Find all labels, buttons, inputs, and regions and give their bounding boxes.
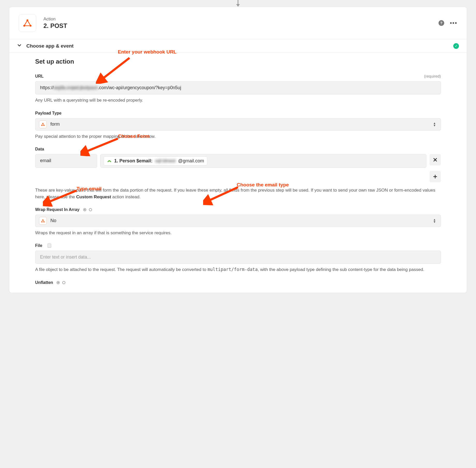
add-row-button[interactable] [429, 171, 441, 182]
payload-type-label: Payload Type [35, 111, 62, 116]
data-key-input[interactable]: email [35, 154, 97, 168]
url-required: (required) [424, 74, 441, 78]
data-desc-2: action instead. [111, 194, 141, 199]
unflatten-label: Unflatten [35, 280, 53, 285]
file-field: File Enter text or insert data... A file… [35, 243, 441, 273]
wrap-help: Wraps the request in an array if that is… [35, 230, 441, 236]
url-field: URL (required) https://wqdla.xrqwd.jksdy… [35, 74, 441, 104]
chevron-down-icon [17, 43, 22, 49]
file-help: A file object to be attached to the requ… [35, 266, 441, 273]
data-description: These are key-value pairs that will form… [35, 187, 441, 201]
payload-type-value: form [50, 122, 437, 127]
data-value-suffix: @gmail.com [178, 158, 204, 164]
payload-type-field: Payload Type form ▲▼ Pay special attenti… [35, 111, 441, 140]
help-icon[interactable]: ? [439, 20, 444, 26]
connector-arrow [9, 0, 467, 7]
url-input[interactable]: https://wqdla.xrqwd.jksdyaun.com/wc-api/… [35, 81, 441, 94]
choose-app-event-title: Choose app & event [26, 43, 74, 49]
select-arrows-icon: ▲▼ [433, 122, 436, 127]
data-value-blur: xqf.ldnwsl [155, 158, 175, 164]
check-badge-icon: ✓ [453, 43, 459, 49]
action-label: Action [43, 17, 431, 22]
unflatten-radio-alt[interactable] [62, 281, 65, 284]
file-help-mono: multipart/form-data [208, 267, 258, 272]
data-label: Data [35, 147, 44, 152]
select-arrows-icon: ▲▼ [433, 218, 436, 223]
file-icon [48, 244, 51, 248]
choose-app-event-section[interactable]: Choose app & event ✓ [9, 39, 467, 52]
url-label: URL [35, 74, 44, 79]
svg-marker-1 [236, 4, 240, 7]
url-value-suffix: .com/wc-api/urgencycoupon/?key=p0n5uj [98, 85, 181, 90]
setup-action-title: Set up action [35, 58, 441, 65]
data-desc-bold: Custom Request [76, 194, 111, 199]
webhook-mini-icon [39, 217, 47, 225]
wrap-label: Wrap Request In Array [35, 207, 80, 212]
url-help: Any URL with a querystring will be re-en… [35, 97, 441, 104]
unflatten-radio-default[interactable] [57, 281, 60, 284]
url-value-blur: wqdla.xrqwd.jksdyaun [54, 85, 98, 90]
webhook-app-icon [19, 14, 36, 32]
data-field: Data email 1. Person $email: xqf.ldnwsl@… [35, 147, 441, 201]
card-header: Action 2. POST ? ••• [9, 7, 467, 39]
data-value-input[interactable]: 1. Person $email: xqf.ldnwsl@gmail.com [100, 154, 426, 168]
action-title: 2. POST [43, 22, 431, 29]
wrap-field: Wrap Request In Array No ▲▼ Wraps the re… [35, 207, 441, 236]
wrap-radio-alt[interactable] [89, 208, 92, 211]
unflatten-field: Unflatten [35, 280, 441, 285]
url-value-prefix: https:// [40, 85, 54, 90]
setup-action-section: Enter your webhook URL Choose Form Type … [9, 53, 467, 293]
file-input[interactable]: Enter text or insert data... [35, 251, 441, 264]
data-value-pill[interactable]: 1. Person $email: xqf.ldnwsl@gmail.com [104, 156, 207, 165]
file-label: File [35, 243, 42, 248]
file-help-2: , with the above payload type defining t… [258, 267, 424, 272]
action-card: Action 2. POST ? ••• Choose app & event … [9, 7, 467, 293]
wrap-value: No [50, 218, 437, 223]
wrap-select[interactable]: No ▲▼ [35, 215, 441, 227]
file-help-1: A file object to be attached to the requ… [35, 267, 208, 272]
payload-type-select[interactable]: form ▲▼ [35, 118, 441, 131]
more-menu-icon[interactable]: ••• [450, 20, 457, 26]
webhook-mini-icon [39, 120, 47, 128]
wrap-radio-default[interactable] [83, 208, 86, 211]
klaviyo-source-icon [107, 159, 112, 163]
payload-help: Pay special attention to the proper mapp… [35, 133, 441, 140]
remove-row-button[interactable] [429, 154, 441, 165]
data-value-prefix: 1. Person $email: [114, 158, 152, 164]
